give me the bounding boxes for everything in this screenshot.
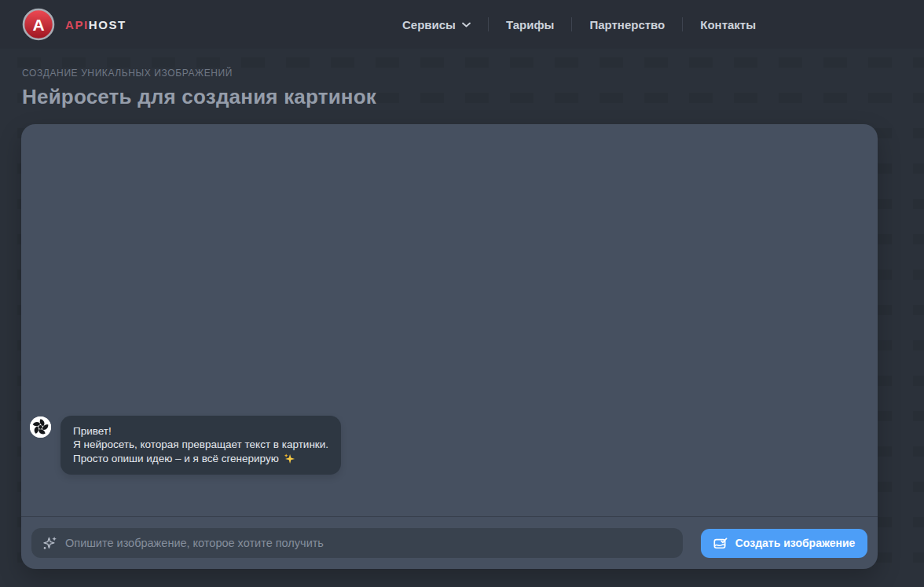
nav-item-tariffs-label: Тарифы <box>506 18 554 31</box>
create-image-button[interactable]: Создать изображение <box>701 529 867 558</box>
brand-logo[interactable]: A API HOST <box>22 8 126 41</box>
bot-message-bubble: Привет! Я нейросеть, которая превращает … <box>60 416 341 475</box>
create-image-button-label: Создать изображение <box>735 537 856 549</box>
swirl-bot-avatar-icon <box>30 416 51 438</box>
header: A API HOST Сервисы Тарифы Партнерство Ко… <box>0 0 924 49</box>
brand-name-api: API <box>65 18 89 31</box>
svg-text:A: A <box>32 16 44 34</box>
bot-message-line-text: Просто опиши идею – и я всё сгенерирую <box>73 452 279 466</box>
chevron-down-icon <box>462 22 471 28</box>
apihost-logo-icon: A <box>22 8 55 41</box>
brand-name-host: HOST <box>89 18 126 31</box>
page-title: Нейросеть для создания картинок <box>22 85 376 109</box>
prompt-field[interactable] <box>31 528 683 558</box>
nav-item-contacts-label: Контакты <box>700 18 756 31</box>
main-nav: Сервисы Тарифы Партнерство Контакты <box>385 0 773 49</box>
bot-message-line: Привет! <box>73 424 328 438</box>
bot-message: Привет! Я нейросеть, которая превращает … <box>30 416 341 475</box>
hero: СОЗДАНИЕ УНИКАЛЬНЫХ ИЗОБРАЖЕНИЙ Нейросет… <box>22 68 376 109</box>
bot-message-line: Просто опиши идею – и я всё сгенерирую <box>73 452 328 466</box>
hero-eyebrow: СОЗДАНИЕ УНИКАЛЬНЫХ ИЗОБРАЖЕНИЙ <box>22 68 376 79</box>
bot-avatar <box>30 416 51 438</box>
prompt-input[interactable] <box>65 537 673 549</box>
nav-item-contacts[interactable]: Контакты <box>683 0 773 49</box>
bot-message-line: Я нейросеть, которая превращает текст в … <box>73 438 328 452</box>
nav-item-services[interactable]: Сервисы <box>385 0 488 49</box>
brand-name: API HOST <box>65 18 126 31</box>
image-generator-panel: Привет! Я нейросеть, которая превращает … <box>21 124 878 569</box>
sparkles-emoji-icon <box>284 453 295 464</box>
image-check-icon <box>713 537 728 550</box>
chat-area: Привет! Я нейросеть, которая превращает … <box>21 124 878 516</box>
nav-item-partnership[interactable]: Партнерство <box>572 0 682 49</box>
nav-item-partnership-label: Партнерство <box>589 18 665 31</box>
sparkles-icon <box>42 535 57 551</box>
nav-item-services-label: Сервисы <box>402 18 456 31</box>
nav-item-tariffs[interactable]: Тарифы <box>489 0 571 49</box>
composer-bar: Создать изображение <box>21 517 878 569</box>
